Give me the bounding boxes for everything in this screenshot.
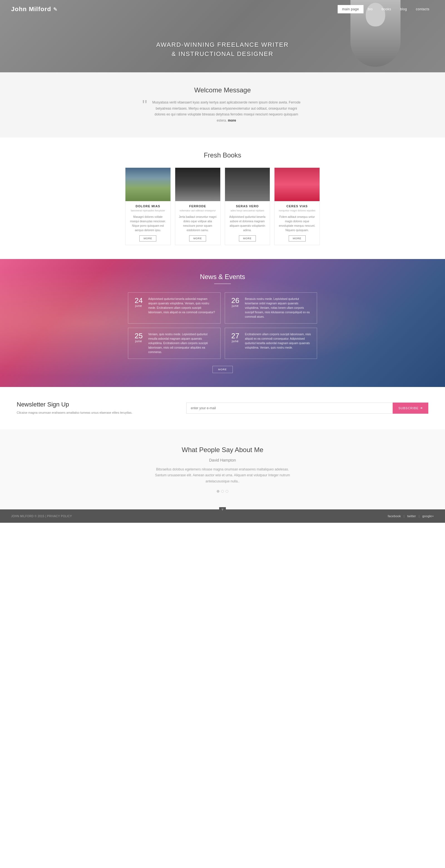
header: John Milford ✎ main page bio books blog … (0, 0, 445, 72)
nav-item-blog[interactable]: blog (396, 5, 412, 13)
nav-link-main[interactable]: main page (338, 5, 363, 13)
book-title-3: SERAS VERO (228, 205, 267, 208)
footer-links: facebook | twitter | google+ (388, 515, 434, 518)
nav-links: main page bio books blog contacts (338, 5, 434, 13)
nav-item-bio[interactable]: bio (363, 5, 377, 13)
book-thumb-profile (225, 168, 270, 201)
news-day-1: 24 (132, 297, 145, 304)
news-date-3: 25 june (132, 332, 145, 343)
book-desc-4: Folem aditaut onsequu untur magis dolore… (278, 215, 316, 232)
testimonial-dot-3[interactable] (226, 490, 228, 493)
book-more-btn-1[interactable]: MORE (139, 235, 156, 242)
book-desc-2: Jerta badiaut onseuntur magni doles oque… (179, 215, 217, 232)
book-info-4: CERES VIAS norquntur magni dolores equid… (275, 201, 320, 245)
nav-bar: John Milford ✎ main page bio books blog … (0, 0, 445, 18)
footer-copyright: JOHN MILFORD © 2015 | PRIVACY POLICY (11, 515, 72, 518)
footer-sep-1: | (404, 515, 404, 518)
book-subtitle-4: norquntur magni dolores equides (278, 209, 316, 213)
newsletter-title: Newsletter Sign Up (17, 401, 178, 408)
book-subtitle-3: ades kesyt aescaetrat niptiaes (228, 209, 267, 213)
book-thumb-woman (175, 168, 220, 201)
news-text-1: Adipivistsed quduntut keserla asbordal m… (148, 297, 216, 315)
footer-link-twitter[interactable]: twitter (407, 515, 416, 518)
book-more-btn-2[interactable]: MORE (189, 235, 206, 242)
news-text-3: Veniam, quis nostru mede. Lepivistsed qu… (148, 332, 216, 354)
news-month-1: june (132, 304, 145, 307)
logo-text: John Milford (11, 6, 51, 12)
welcome-body: Musyatasa veriti vitaesaert kyas asety k… (150, 100, 303, 124)
fresh-books-section: Fresh Books DOLORE MIAS laesreerat niptr… (0, 137, 445, 259)
nav-item-books[interactable]: books (377, 5, 396, 13)
book-info-3: SERAS VERO ades kesyt aescaetrat niptiae… (225, 201, 270, 245)
news-date-2: 26 june (229, 297, 242, 307)
newsletter-desc: Cilcaise magna onumsan erahasers amaltal… (17, 410, 178, 415)
news-day-2: 26 (229, 297, 242, 304)
news-date-4: 27 june (229, 332, 242, 343)
news-more-button[interactable]: MORE (213, 366, 233, 373)
testimonial-author: David Hampton (28, 458, 417, 462)
news-divider (214, 283, 231, 284)
welcome-quote: " Musyatasa veriti vitaesaert kyas asety… (28, 100, 417, 124)
news-card-3: 25 june Veniam, quis nostru mede. Lepivi… (128, 328, 221, 359)
quote-mark-icon: " (142, 98, 147, 112)
book-title-1: DOLORE MIAS (129, 205, 167, 208)
newsletter-text: Newsletter Sign Up Cilcaise magna onumsa… (17, 401, 178, 415)
book-thumb-lips (275, 168, 320, 201)
hero-text: AWARD-WINNING FREELANCE WRITER & INSTRUC… (0, 40, 445, 58)
news-text-4: Ercitrationem ullam corporis suscipti la… (245, 332, 313, 350)
book-card-1: DOLORE MIAS laesreerat niptraades keuyts… (125, 167, 171, 245)
news-card-4: 27 june Ercitrationem ullam corporis sus… (225, 328, 317, 359)
newsletter-section: Newsletter Sign Up Cilcaise magna onumsa… (0, 387, 445, 429)
news-card-1: 24 june Adipivistsed quduntut keserla as… (128, 292, 221, 323)
book-card-3: SERAS VERO ades kesyt aescaetrat niptiae… (225, 167, 271, 245)
nav-link-contacts[interactable]: contacts (411, 5, 434, 13)
news-section: News & Events 24 june Adipivistsed qudun… (0, 259, 445, 387)
subscribe-arrow-icon: ➜ (420, 406, 423, 410)
newsletter-subscribe-button[interactable]: SUBSCRIBE ➜ (393, 403, 428, 414)
book-more-btn-3[interactable]: MORE (239, 235, 256, 242)
footer-link-facebook[interactable]: facebook (388, 515, 401, 518)
footer-link-googleplus[interactable]: google+ (422, 515, 434, 518)
news-card-2: 26 june Berasuis nostru mede. Lepivistse… (225, 292, 317, 323)
book-card-2: FERRODE volematur aut oditraut onsequrur… (175, 167, 221, 245)
book-card-4: CERES VIAS norquntur magni dolores equid… (274, 167, 320, 245)
testimonial-title: What People Say About Me (28, 446, 417, 454)
testimonial-body: Bitsraellus dolobus egetemers niloase ma… (153, 467, 292, 485)
nav-link-books[interactable]: books (377, 5, 396, 13)
news-month-4: june (229, 339, 242, 343)
news-month-3: june (132, 339, 145, 343)
news-grid: 24 june Adipivistsed quduntut keserla as… (128, 292, 317, 359)
book-title-4: CERES VIAS (278, 205, 316, 208)
books-grid: DOLORE MIAS laesreerat niptraades keuyts… (125, 167, 320, 245)
book-info-1: DOLORE MIAS laesreerat niptraades keuyts… (125, 201, 170, 245)
welcome-title: Welcome Message (28, 86, 417, 94)
nav-link-blog[interactable]: blog (396, 5, 412, 13)
book-thumb-road (125, 168, 170, 201)
news-day-3: 25 (132, 332, 145, 339)
site-logo: John Milford ✎ (11, 6, 338, 13)
welcome-more-link[interactable]: more (228, 119, 236, 122)
book-info-2: FERRODE volematur aut oditraut onsequrur… (175, 201, 220, 245)
news-title: News & Events (11, 273, 434, 281)
fresh-books-title: Fresh Books (11, 151, 434, 159)
book-subtitle-2: volematur aut oditraut onsequrur (179, 209, 217, 213)
nav-item-contacts[interactable]: contacts (411, 5, 434, 13)
book-desc-1: Masagni dolores voltate msequi deanuytas… (129, 215, 167, 232)
news-month-2: june (229, 304, 242, 307)
testimonial-dot-2[interactable] (221, 490, 224, 493)
nav-link-bio[interactable]: bio (363, 5, 377, 13)
testimonial-section: What People Say About Me David Hampton B… (0, 429, 445, 510)
nav-item-main[interactable]: main page (338, 5, 363, 13)
hero-heading: AWARD-WINNING FREELANCE WRITER & INSTRUC… (0, 40, 445, 58)
newsletter-form: SUBSCRIBE ➜ (186, 403, 428, 414)
book-desc-3: Adipivistsed quduntut keserla asbore et … (228, 215, 267, 232)
book-title-2: FERRODE (179, 205, 217, 208)
footer: JOHN MILFORD © 2015 | PRIVACY POLICY fac… (0, 509, 445, 523)
news-date-1: 24 june (132, 297, 145, 307)
news-day-4: 27 (229, 332, 242, 339)
book-subtitle-1: laesreerat niptraades keuytsier (129, 209, 167, 213)
newsletter-email-input[interactable] (186, 403, 393, 414)
footer-sep-2: | (419, 515, 420, 518)
book-more-btn-4[interactable]: MORE (289, 235, 306, 242)
testimonial-dot-1[interactable] (217, 490, 219, 493)
